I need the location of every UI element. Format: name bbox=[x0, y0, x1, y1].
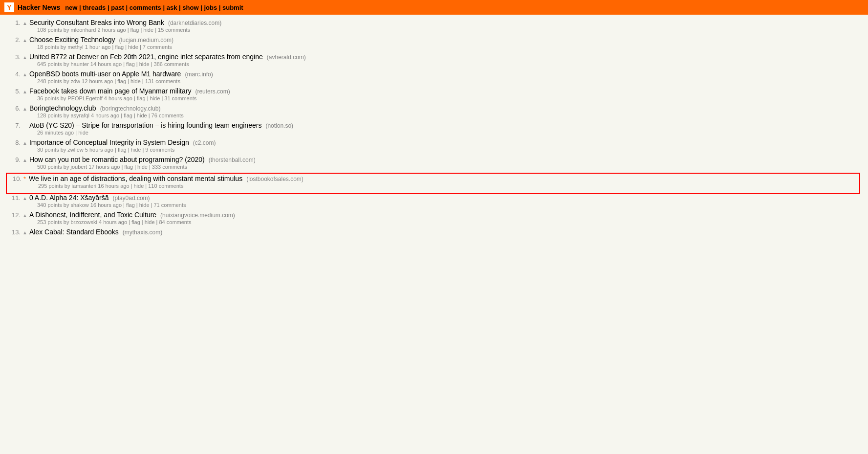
story-meta: 36 points by PEOPLEgetoff 4 hours ago | … bbox=[37, 95, 860, 101]
story-link[interactable]: A Dishonest, Indifferent, and Toxic Cult… bbox=[29, 211, 156, 219]
logo-y: Y bbox=[7, 3, 11, 11]
stories-list: 1.▲Security Consultant Breaks into Wrong… bbox=[8, 19, 860, 236]
story-item-8: 8.▲Importance of Conceptual Integrity in… bbox=[8, 138, 860, 153]
upvote-arrow[interactable]: ▲ bbox=[22, 21, 27, 26]
story-domain: (reuters.com) bbox=[195, 88, 230, 95]
nav-show[interactable]: show bbox=[182, 4, 198, 11]
story-item-9: 9.▲How can you not be romantic about pro… bbox=[8, 156, 860, 170]
upvote-arrow[interactable]: ▲ bbox=[22, 106, 27, 112]
story-meta: 340 points by shakow 16 hours ago | flag… bbox=[37, 202, 860, 208]
upvote-arrow[interactable]: ▲ bbox=[22, 158, 27, 163]
site-title: Hacker News bbox=[18, 3, 60, 11]
header: Y Hacker News new | threads | past | com… bbox=[0, 0, 868, 15]
story-item-10: 10.*We live in an age of distractions, d… bbox=[6, 173, 860, 194]
story-link[interactable]: 0 A.D. Alpha 24: Xšayāršā bbox=[29, 194, 109, 202]
story-rank: 4. bbox=[8, 70, 21, 78]
story-meta: 108 points by mleonhard 2 hours ago | fl… bbox=[37, 27, 860, 33]
story-title-row: 1.▲Security Consultant Breaks into Wrong… bbox=[8, 19, 860, 26]
story-rank: 1. bbox=[8, 19, 21, 26]
story-meta: 128 points by asyrafql 4 hours ago | fla… bbox=[37, 113, 860, 118]
nav-threads[interactable]: threads bbox=[83, 4, 106, 11]
story-rank: 2. bbox=[8, 36, 21, 44]
story-item-6: 6.▲Boringtechnology.club(boringtechnolog… bbox=[8, 104, 860, 118]
story-title-row: 6.▲Boringtechnology.club(boringtechnolog… bbox=[8, 104, 860, 112]
story-link[interactable]: Alex Cabal: Standard Ebooks bbox=[29, 228, 119, 236]
story-item-3: 3.▲United B772 at Denver on Feb 20th 202… bbox=[8, 53, 860, 67]
story-domain: (notion.so) bbox=[265, 122, 293, 129]
story-item-12: 12.▲A Dishonest, Indifferent, and Toxic … bbox=[8, 211, 860, 225]
story-meta: 26 minutes ago | hide bbox=[37, 130, 860, 136]
upvote-arrow[interactable]: ▲ bbox=[22, 213, 27, 218]
story-title-row: 4.▲OpenBSD boots multi-user on Apple M1 … bbox=[8, 70, 860, 78]
story-title-row: 10.*We live in an age of distractions, d… bbox=[9, 175, 857, 182]
story-title-row: 7.▲AtoB (YC S20) – Stripe for transporta… bbox=[8, 121, 860, 129]
star-marker: * bbox=[23, 175, 26, 182]
story-item-4: 4.▲OpenBSD boots multi-user on Apple M1 … bbox=[8, 70, 860, 84]
story-title-row: 12.▲A Dishonest, Indifferent, and Toxic … bbox=[8, 211, 860, 219]
story-domain: (play0ad.com) bbox=[113, 195, 150, 202]
story-domain: (lostbookofsales.com) bbox=[246, 176, 304, 182]
upvote-arrow[interactable]: ▲ bbox=[22, 230, 27, 235]
story-domain: (lucjan.medium.com) bbox=[119, 37, 174, 44]
nav-past[interactable]: past bbox=[111, 4, 124, 11]
story-title-row: 5.▲Facebook takes down main page of Myan… bbox=[8, 87, 860, 95]
nav-jobs[interactable]: jobs bbox=[204, 4, 217, 11]
story-item-11: 11.▲0 A.D. Alpha 24: Xšayāršā(play0ad.co… bbox=[8, 194, 860, 208]
nav-ask[interactable]: ask bbox=[167, 4, 177, 11]
story-meta: 18 points by methyl 1 hour ago | flag | … bbox=[37, 44, 860, 50]
story-title-row: 2.▲Choose Exciting Technology(lucjan.med… bbox=[8, 36, 860, 44]
story-rank: 7. bbox=[8, 122, 21, 129]
upvote-arrow[interactable]: ▲ bbox=[22, 72, 27, 77]
nav-submit[interactable]: submit bbox=[222, 4, 243, 11]
story-domain: (mythaxis.com) bbox=[123, 229, 162, 236]
story-link[interactable]: Choose Exciting Technology bbox=[29, 36, 115, 44]
story-link[interactable]: Facebook takes down main page of Myanmar… bbox=[29, 87, 191, 95]
story-link[interactable]: OpenBSD boots multi-user on Apple M1 har… bbox=[29, 70, 181, 78]
upvote-arrow[interactable]: ▲ bbox=[22, 89, 27, 94]
story-domain: (huixiangvoice.medium.com) bbox=[160, 212, 235, 219]
story-link[interactable]: AtoB (YC S20) – Stripe for transportatio… bbox=[29, 121, 261, 129]
story-rank: 5. bbox=[8, 88, 21, 95]
nav-links: new | threads | past | comments | ask | … bbox=[65, 4, 243, 11]
story-meta: 253 points by brzozowski 4 hours ago | f… bbox=[37, 219, 860, 225]
nav-comments[interactable]: comments bbox=[130, 4, 161, 11]
story-domain: (boringtechnology.club) bbox=[100, 105, 161, 112]
story-link[interactable]: Security Consultant Breaks into Wrong Ba… bbox=[29, 19, 164, 26]
story-rank: 11. bbox=[8, 194, 21, 202]
upvote-arrow[interactable]: ▲ bbox=[22, 140, 27, 146]
story-link[interactable]: Boringtechnology.club bbox=[29, 104, 96, 112]
story-title-row: 9.▲How can you not be romantic about pro… bbox=[8, 156, 860, 163]
logo-box: Y bbox=[4, 2, 15, 13]
story-link[interactable]: Importance of Conceptual Integrity in Sy… bbox=[29, 138, 189, 146]
upvote-arrow[interactable]: ▲ bbox=[22, 55, 27, 60]
story-domain: (c2.com) bbox=[193, 139, 216, 146]
story-item-7: 7.▲AtoB (YC S20) – Stripe for transporta… bbox=[8, 121, 860, 136]
story-domain: (marc.info) bbox=[185, 71, 213, 78]
story-rank: 9. bbox=[8, 156, 21, 163]
story-domain: (avherald.com) bbox=[267, 54, 306, 61]
story-title-row: 13.▲Alex Cabal: Standard Ebooks(mythaxis… bbox=[8, 228, 860, 236]
story-rank: 3. bbox=[8, 53, 21, 61]
story-item-2: 2.▲Choose Exciting Technology(lucjan.med… bbox=[8, 36, 860, 50]
story-link[interactable]: United B772 at Denver on Feb 20th 2021, … bbox=[29, 53, 263, 61]
story-meta: 295 points by iamsanteri 16 hours ago | … bbox=[38, 183, 857, 189]
story-domain: (thorstenball.com) bbox=[209, 157, 256, 163]
story-item-5: 5.▲Facebook takes down main page of Myan… bbox=[8, 87, 860, 101]
nav-new[interactable]: new bbox=[65, 4, 77, 11]
story-rank: 8. bbox=[8, 139, 21, 146]
upvote-arrow[interactable]: ▲ bbox=[22, 38, 27, 43]
story-rank: 12. bbox=[8, 211, 21, 219]
story-domain: (darknetdiaries.com) bbox=[168, 20, 221, 26]
story-meta: 645 points by haunter 14 hours ago | fla… bbox=[37, 61, 860, 67]
story-meta: 248 points by zdw 12 hours ago | flag | … bbox=[37, 78, 860, 84]
story-link[interactable]: We live in an age of distractions, deali… bbox=[29, 175, 242, 182]
story-rank: 10. bbox=[9, 175, 22, 182]
story-meta: 30 points by zwliew 5 hours ago | flag |… bbox=[37, 147, 860, 153]
story-title-row: 8.▲Importance of Conceptual Integrity in… bbox=[8, 138, 860, 146]
story-title-row: 11.▲0 A.D. Alpha 24: Xšayāršā(play0ad.co… bbox=[8, 194, 860, 202]
story-title-row: 3.▲United B772 at Denver on Feb 20th 202… bbox=[8, 53, 860, 61]
story-item-13: 13.▲Alex Cabal: Standard Ebooks(mythaxis… bbox=[8, 228, 860, 236]
story-item-1: 1.▲Security Consultant Breaks into Wrong… bbox=[8, 19, 860, 33]
upvote-arrow[interactable]: ▲ bbox=[22, 196, 27, 201]
story-link[interactable]: How can you not be romantic about progra… bbox=[29, 156, 205, 163]
